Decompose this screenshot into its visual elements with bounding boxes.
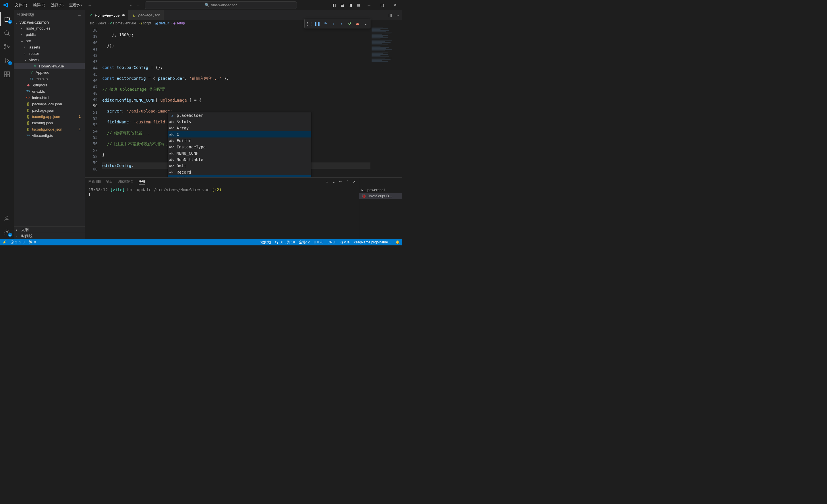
status-ports[interactable]: 📡 0 [29, 240, 36, 244]
layout-customize-icon[interactable]: ▦ [357, 3, 360, 7]
suggest-item-Toolbar[interactable]: abcToolbar [168, 175, 311, 178]
suggest-item-NonNullable[interactable]: abcNonNullable [168, 156, 311, 163]
activity-debug[interactable]: 1 [0, 54, 14, 67]
status-bell-icon[interactable]: 🔔 [395, 240, 400, 245]
panel-tab-problems[interactable]: 问题2 [89, 180, 101, 185]
code-content[interactable]: }, 1500); }); const toolbarConfig = {}; … [102, 27, 371, 178]
activity-search[interactable] [0, 26, 14, 40]
crumb-script[interactable]: {} script [140, 21, 151, 25]
terminal-dropdown-icon[interactable]: ⌄ [333, 180, 335, 184]
status-lang[interactable]: {} vue [341, 240, 349, 245]
timeline-section[interactable]: › 时间线 [14, 233, 85, 239]
tree-item--gitignore[interactable]: ◆.gitignore [14, 82, 85, 88]
tab-packagejson[interactable]: {} package.json [128, 10, 164, 20]
menu-edit[interactable]: 编辑(E) [31, 1, 48, 9]
crumb-file[interactable]: V HomeView.vue [110, 21, 136, 25]
sidebar-more-icon[interactable]: ⋯ [78, 13, 81, 17]
crumb-default[interactable]: ▣ default [155, 21, 169, 25]
panel-maximize-icon[interactable]: ⌃ [346, 180, 349, 184]
tree-item-index-html[interactable]: <>index.html [14, 94, 85, 101]
activity-extensions[interactable] [0, 67, 14, 81]
tree-item-package-json[interactable]: {}package.json [14, 107, 85, 113]
menu-view[interactable]: 查看(V) [67, 1, 84, 9]
status-remote[interactable]: ⚡ [2, 240, 7, 244]
outline-section[interactable]: › 大纲 [14, 226, 85, 233]
panel-tab-output[interactable]: 输出 [106, 180, 112, 185]
crumb-setup[interactable]: ◈ setup [173, 21, 185, 25]
terminal-new-icon[interactable]: ＋ [325, 180, 329, 184]
maximize-icon[interactable]: ▢ [378, 3, 387, 7]
suggest-widget[interactable]: ▢placeholderabc$slotsabcArrayabcCabcEdit… [168, 112, 311, 178]
crumb-src[interactable]: src [90, 21, 94, 25]
status-tag[interactable]: <TagName prop-name… [353, 240, 391, 245]
code-editor[interactable]: 3839404142434445464748495051525354555657… [85, 27, 402, 178]
activity-scm[interactable] [0, 40, 14, 54]
debug-restart-icon[interactable]: ↺ [346, 20, 353, 27]
layout-left-icon[interactable]: ◧ [333, 3, 336, 7]
tree-item-views[interactable]: ⌄views [14, 57, 85, 63]
tab-homeview[interactable]: V HomeView.vue [85, 10, 128, 20]
tree-item-tsconfig-app-json[interactable]: {}tsconfig.app.json1 [14, 113, 85, 120]
activity-explorer[interactable]: 1 [0, 12, 14, 26]
debug-drag-icon[interactable]: ⋮⋮ [306, 20, 313, 27]
status-errors[interactable]: ⓧ 2 ⚠ 0 [11, 240, 25, 245]
tree-item-tsconfig-json[interactable]: {}tsconfig.json [14, 120, 85, 126]
suggest-item-InstanceType[interactable]: abcInstanceType [168, 144, 311, 150]
split-editor-icon[interactable]: ◫ [389, 13, 392, 17]
tree-item-assets[interactable]: ›assets [14, 44, 85, 50]
layout-bottom-icon[interactable]: ⬓ [341, 3, 344, 7]
terminal-item-jsdebug[interactable]: 🐞 JavaScript D... [359, 193, 402, 199]
minimize-icon[interactable]: ─ [365, 3, 373, 7]
close-icon[interactable]: ✕ [391, 3, 400, 7]
layout-right-icon[interactable]: ◨ [349, 3, 352, 7]
menu-file[interactable]: 文件(F) [13, 1, 30, 9]
nav-back-icon[interactable]: ← [129, 3, 133, 7]
suggest-item-$slots[interactable]: abc$slots [168, 118, 311, 125]
suggest-item-C[interactable]: abcC [168, 131, 311, 138]
debug-pause-icon[interactable]: ❚❚ [314, 20, 321, 27]
terminal-item-powershell[interactable]: ▸_ powershell [359, 187, 402, 193]
status-position[interactable]: 行 50，列 18 [275, 240, 295, 245]
tree-item-public[interactable]: ›public [14, 31, 85, 38]
suggest-item-Omit[interactable]: abcOmit [168, 163, 311, 169]
debug-stepout-icon[interactable]: ↑ [338, 20, 345, 27]
status-spaces[interactable]: 空格: 2 [299, 240, 309, 245]
debug-dropdown-icon[interactable]: ⌄ [362, 20, 369, 27]
menu-selection[interactable]: 选择(S) [49, 1, 66, 9]
command-center[interactable]: 🔍 vue-wangeditor [145, 1, 297, 9]
status-eol[interactable]: CRLF [328, 240, 337, 245]
tree-item-env-d-ts[interactable]: TSenv.d.ts [14, 88, 85, 94]
panel-tab-terminal[interactable]: 终端 [139, 179, 145, 185]
crumb-views[interactable]: views [98, 21, 106, 25]
tree-item-main-ts[interactable]: TSmain.ts [14, 75, 85, 82]
project-header[interactable]: ⌄ VUE-WANGEDITOR [14, 20, 85, 25]
minimap[interactable] [371, 27, 402, 178]
debug-stepinto-icon[interactable]: ↓ [330, 20, 337, 27]
panel-tab-debug[interactable]: 调试控制台 [118, 180, 134, 185]
menu-overflow[interactable]: … [85, 1, 94, 9]
suggest-item-Array[interactable]: abcArray [168, 125, 311, 131]
suggest-item-MENU_CONF[interactable]: abcMENU_CONF [168, 150, 311, 156]
suggest-item-placeholder[interactable]: ▢placeholder [168, 112, 311, 118]
activity-account[interactable] [0, 211, 14, 225]
status-zoom[interactable]: $(放大) [260, 240, 271, 245]
terminal-output[interactable]: 15:38:12 [vite] hmr update /src/views/Ho… [85, 186, 359, 239]
suggest-item-Editor[interactable]: abcEditor [168, 138, 311, 144]
status-encoding[interactable]: UTF-8 [314, 240, 324, 245]
activity-settings[interactable]: 1 [0, 225, 14, 239]
tree-item-vite-config-ts[interactable]: TSvite.config.ts [14, 132, 85, 139]
tree-item-router[interactable]: ›router [14, 50, 85, 57]
terminal-more-icon[interactable]: ⋯ [339, 180, 342, 184]
debug-disconnect-icon[interactable]: ⏏ [354, 20, 361, 27]
tree-item-src[interactable]: ⌄src [14, 38, 85, 44]
debug-stepover-icon[interactable]: ↷ [322, 20, 329, 27]
panel-close-icon[interactable]: ✕ [353, 180, 355, 184]
tree-item-homeview-vue[interactable]: VHomeView.vue [14, 63, 85, 69]
nav-forward-icon[interactable]: → [136, 3, 140, 7]
tree-item-node_modules[interactable]: ›node_modules [14, 25, 85, 31]
tree-item-tsconfig-node-json[interactable]: {}tsconfig.node.json1 [14, 126, 85, 132]
more-actions-icon[interactable]: ⋯ [395, 13, 399, 17]
tree-item-app-vue[interactable]: VApp.vue [14, 69, 85, 75]
tree-item-package-lock-json[interactable]: {}package-lock.json [14, 101, 85, 107]
suggest-item-Record[interactable]: abcRecord [168, 169, 311, 175]
